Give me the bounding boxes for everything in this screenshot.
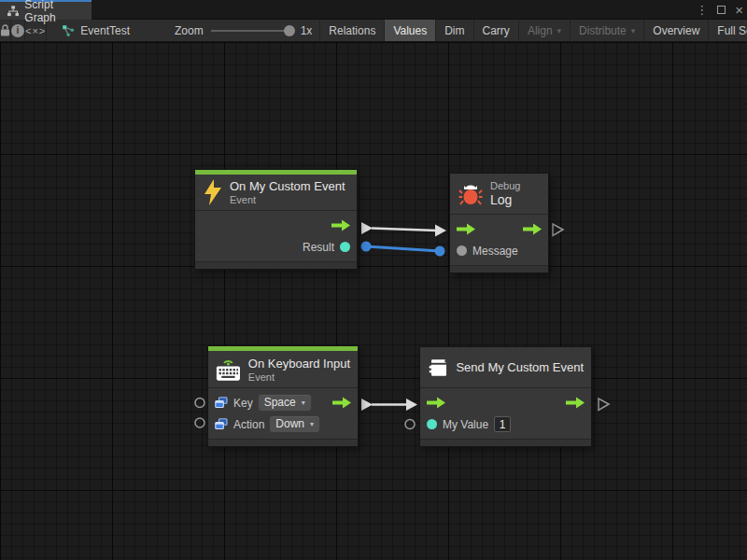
port-label-action: Action [233, 418, 264, 431]
node-subtitle: Event [248, 371, 350, 383]
zoom-label: Zoom [175, 24, 204, 37]
button-label: Full Screen [717, 24, 747, 37]
action-dropdown-value: Down [275, 417, 304, 430]
chevron-down-icon: ▾ [631, 26, 636, 35]
window-controls: ⋮ × [696, 0, 743, 20]
node-title: Send My Custom Event [456, 360, 584, 374]
lock-icon [0, 24, 10, 36]
port-row-control [450, 218, 548, 240]
node-body: Key Space ▾ Action [208, 388, 358, 439]
node-footer [420, 439, 591, 446]
port-row-action: Action Down ▾ [208, 413, 358, 435]
toolbar-button-dim[interactable]: Dim [436, 20, 473, 41]
control-wire-custom-event-to-log [361, 222, 446, 237]
info-icon: i [11, 24, 24, 37]
key-dropdown-value: Space [264, 396, 296, 409]
value-output-port-icon[interactable] [340, 242, 350, 252]
wires-layer [0, 42, 747, 560]
object-windows-icon [215, 397, 228, 409]
button-label: Values [393, 24, 427, 37]
graph-canvas[interactable]: On My Custom Event Event Result [0, 42, 747, 560]
lock-button[interactable] [0, 20, 11, 41]
value-input-port-icon[interactable] [457, 245, 467, 256]
external-port-log-exit[interactable] [553, 224, 563, 236]
node-header[interactable]: Send My Custom Event [420, 347, 591, 388]
zoom-slider-handle[interactable] [284, 25, 295, 36]
toolbar-button-fullscreen[interactable]: Full Screen [709, 20, 747, 41]
external-port-action[interactable] [195, 418, 204, 427]
tab-bar: Script Graph ⋮ × [0, 0, 747, 20]
close-icon[interactable]: × [735, 0, 743, 20]
node-on-keyboard-input[interactable]: On Keyboard Input Event Key Space ▾ [208, 346, 358, 446]
script-graph-window: Script Graph ⋮ × i <×> [0, 0, 747, 560]
bug-icon [458, 182, 483, 206]
graph-toolbar: i <×> EventTest Zoom 1x Relations [0, 20, 747, 42]
node-title: Log [490, 192, 520, 207]
chevron-down-icon: ▾ [302, 399, 305, 407]
toolbar-button-align[interactable]: Align ▾ [519, 20, 571, 41]
button-label: Align [528, 24, 553, 37]
control-input-port-icon[interactable] [427, 397, 445, 409]
graph-name: EventTest [80, 24, 130, 37]
maximize-icon[interactable] [717, 6, 726, 14]
control-output-port-icon[interactable] [331, 219, 350, 231]
external-port-my-value[interactable] [405, 420, 415, 429]
port-row-message: Message [450, 240, 548, 261]
toolbar-button-values[interactable]: Values [385, 20, 436, 41]
graph-hierarchy-icon [7, 6, 19, 17]
button-label: Distribute [579, 24, 627, 37]
graph-asset-icon [62, 24, 75, 37]
zoom-level: 1x [301, 24, 313, 37]
node-header[interactable]: Debug Log [450, 174, 548, 215]
port-label-result: Result [303, 241, 334, 254]
button-label: Carry [483, 24, 510, 37]
control-output-port-icon[interactable] [332, 397, 351, 409]
chevron-down-icon: ▾ [310, 420, 314, 428]
toolbar-button-overview[interactable]: Overview [644, 20, 709, 41]
port-row-result: Result [195, 236, 357, 258]
port-label-my-value: My Value [443, 418, 488, 431]
code-icon: <×> [25, 25, 46, 36]
toolbar-button-relations[interactable]: Relations [320, 20, 385, 41]
node-header[interactable]: On Keyboard Input Event [208, 351, 358, 388]
value-input-port-icon[interactable] [427, 419, 437, 429]
my-value-input[interactable] [494, 416, 511, 432]
external-port-key[interactable] [195, 399, 204, 408]
toolbar-button-distribute[interactable]: Distribute ▾ [571, 20, 644, 41]
zoom-slider[interactable] [211, 30, 293, 32]
node-title: On My Custom Event [230, 179, 345, 193]
object-windows-icon [215, 418, 228, 430]
action-dropdown[interactable]: Down ▾ [270, 416, 319, 432]
control-output-port-icon[interactable] [523, 223, 542, 235]
button-label: Dim [444, 24, 464, 37]
zoom-control: Zoom 1x [167, 20, 320, 41]
external-port-send-exit[interactable] [599, 399, 609, 411]
node-subtitle: Event [230, 194, 345, 205]
node-body: Message [450, 215, 548, 265]
node-footer [208, 439, 358, 446]
port-label-key: Key [233, 397, 253, 410]
tab-label: Script Graph [24, 0, 84, 24]
node-footer [195, 261, 357, 269]
node-body: Result [195, 211, 357, 261]
chevron-down-icon: ▾ [557, 26, 562, 35]
tab-script-graph[interactable]: Script Graph [0, 0, 92, 20]
window-menu-icon[interactable]: ⋮ [696, 0, 708, 20]
port-row-control [420, 392, 591, 413]
node-header[interactable]: On My Custom Event Event [195, 175, 357, 211]
keyboard-icon [216, 357, 241, 383]
unit-machine-icon [428, 356, 448, 380]
toolbar-button-carry[interactable]: Carry [474, 20, 519, 41]
control-output-port-icon[interactable] [566, 397, 585, 409]
node-title: On Keyboard Input [248, 357, 350, 371]
node-category: Debug [490, 180, 520, 191]
node-debug-log[interactable]: Debug Log Message [450, 174, 548, 273]
control-input-port-icon[interactable] [457, 223, 475, 235]
control-wire-keyboard-to-send [361, 399, 417, 411]
node-on-my-custom-event[interactable]: On My Custom Event Event Result [195, 170, 357, 269]
node-send-my-custom-event[interactable]: Send My Custom Event My Value [420, 347, 591, 446]
inspect-button[interactable]: i [11, 20, 25, 41]
key-dropdown[interactable]: Space ▾ [259, 395, 311, 411]
node-body: My Value [420, 388, 591, 439]
lightning-bolt-icon [204, 179, 222, 205]
